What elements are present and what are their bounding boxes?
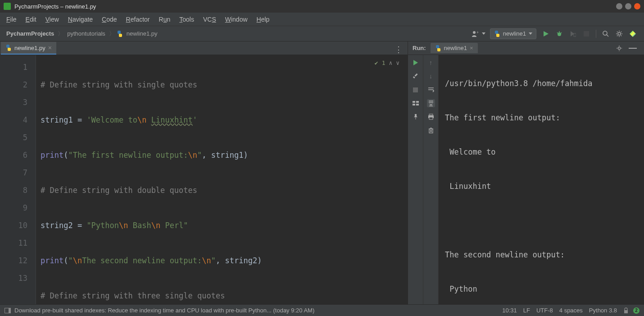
menu-code[interactable]: Code <box>98 14 120 25</box>
editor-body[interactable]: ✔1 ∧ ∨ 1 2 3 4 5 6 7 8 9 10 11 12 13 # D… <box>0 55 408 304</box>
interpreter-widget[interactable]: Python 3.8 <box>589 307 617 314</box>
run-button[interactable] <box>540 28 552 40</box>
svg-line-8 <box>607 35 608 37</box>
print-button[interactable] <box>427 113 435 121</box>
run-tab[interactable]: newline1 × <box>431 43 478 53</box>
down-button[interactable]: ↓ <box>427 72 435 80</box>
line-separator[interactable]: LF <box>523 307 530 314</box>
python-file-icon <box>117 31 123 37</box>
separator <box>596 30 596 38</box>
svg-line-16 <box>617 35 618 36</box>
status-bar: Download pre-built shared indexes: Reduc… <box>0 304 644 316</box>
code-area[interactable]: # Define string with single quotes strin… <box>36 55 408 304</box>
run-config-name: newline1 <box>503 30 526 37</box>
readonly-lock-icon[interactable] <box>623 307 629 314</box>
editor-tabs: newline1.py × ⋮ <box>0 41 408 55</box>
debug-button[interactable] <box>553 28 565 40</box>
menu-edit[interactable]: Edit <box>22 14 40 25</box>
up-button[interactable]: ↑ <box>427 59 435 67</box>
svg-line-4 <box>557 32 558 33</box>
chevron-down-icon <box>529 32 532 35</box>
line-number: 7 <box>0 164 27 182</box>
output-line <box>445 212 644 229</box>
gutter: 1 2 3 4 5 6 7 8 9 10 11 12 13 <box>0 55 36 304</box>
menu-window[interactable]: Window <box>222 14 251 25</box>
chevron-down-icon[interactable] <box>482 32 485 35</box>
add-user-button[interactable]: + <box>469 28 481 40</box>
tool-windows-button[interactable] <box>5 308 11 313</box>
search-button[interactable] <box>600 28 612 40</box>
app-icon <box>4 3 11 10</box>
menu-refactor[interactable]: Refactor <box>122 14 154 25</box>
run-tab-name: newline1 <box>444 45 467 51</box>
pin-button[interactable] <box>412 113 420 121</box>
event-log-badge[interactable]: 2 <box>633 307 639 314</box>
close-tab-icon[interactable]: × <box>48 44 52 51</box>
menu-vcs[interactable]: VCS <box>200 14 220 25</box>
layout-button[interactable] <box>412 99 420 107</box>
file-encoding[interactable]: UTF-8 <box>536 307 553 314</box>
nav-bar: PycharmProjects 〉 pythontutorials 〉 newl… <box>0 26 644 41</box>
maximize-button[interactable] <box>625 3 631 9</box>
run-panel-body: ↑ ↓ /usr/bin/python3.8 /home/fahmida The… <box>408 55 644 304</box>
stop-button[interactable] <box>412 86 420 94</box>
menu-help[interactable]: Help <box>253 14 273 25</box>
editor-tab-newline1[interactable]: newline1.py × <box>1 42 56 55</box>
line-number: 12 <box>0 252 27 270</box>
breadcrumb-project[interactable]: PycharmProjects <box>5 30 56 37</box>
inspection-count: 1 <box>382 60 385 66</box>
run-coverage-button[interactable] <box>567 28 579 40</box>
run-config-selector[interactable]: newline1 <box>490 28 536 39</box>
soft-wrap-button[interactable] <box>427 86 435 94</box>
scroll-to-end-button[interactable] <box>427 99 435 107</box>
line-number: 10 <box>0 217 27 234</box>
editor-pane: newline1.py × ⋮ ✔1 ∧ ∨ 1 2 3 4 5 6 7 8 9… <box>0 41 408 304</box>
inspection-widget[interactable]: ✔1 ∧ ∨ <box>375 60 399 66</box>
minimize-button[interactable] <box>616 3 622 9</box>
stop-button[interactable] <box>581 28 592 40</box>
status-message[interactable]: Download pre-built shared indexes: Reduc… <box>14 307 314 314</box>
jetbrains-toolbox-button[interactable] <box>627 28 639 40</box>
svg-line-5 <box>561 32 562 33</box>
svg-rect-23 <box>413 76 415 78</box>
caret-position[interactable]: 10:31 <box>502 307 517 314</box>
breadcrumb-file[interactable]: newline1.py <box>125 30 159 37</box>
svg-point-0 <box>473 31 476 34</box>
menu-view[interactable]: View <box>42 14 63 25</box>
svg-rect-24 <box>414 73 417 77</box>
svg-text:+: + <box>476 30 479 35</box>
run-panel-header: Run: newline1 × — <box>408 41 644 55</box>
title-bar: PycharmProjects – newline1.py <box>0 0 644 13</box>
run-settings-button[interactable] <box>613 42 625 54</box>
menu-run[interactable]: Run <box>155 14 174 25</box>
next-issue-icon[interactable]: ∨ <box>396 60 399 66</box>
indent-widget[interactable]: 4 spaces <box>559 307 583 314</box>
run-output[interactable]: /usr/bin/python3.8 /home/fahmida The fir… <box>439 55 644 304</box>
tab-overflow-button[interactable]: ⋮ <box>395 45 403 55</box>
python-file-icon <box>5 45 12 51</box>
clear-button[interactable] <box>427 126 435 134</box>
menu-tools[interactable]: Tools <box>176 14 198 25</box>
line-number: 1 <box>0 59 27 76</box>
close-tab-icon[interactable]: × <box>470 45 473 51</box>
svg-line-15 <box>621 35 622 36</box>
output-line: The first newline output: <box>445 109 644 126</box>
prev-issue-icon[interactable]: ∧ <box>389 60 393 66</box>
rerun-button[interactable] <box>412 59 420 67</box>
close-button[interactable] <box>634 3 640 9</box>
hide-panel-button[interactable]: — <box>627 42 639 54</box>
svg-point-7 <box>603 31 607 35</box>
breadcrumb-folder[interactable]: pythontutorials <box>65 30 107 37</box>
settings-button[interactable] <box>613 28 625 40</box>
svg-point-9 <box>618 32 621 35</box>
editor-tab-label: newline1.py <box>14 45 45 51</box>
python-icon <box>494 31 500 37</box>
menu-navigate[interactable]: Navigate <box>64 14 96 25</box>
output-line: Python <box>445 280 644 298</box>
output-line: Welcome to <box>445 143 644 160</box>
run-panel-label: Run: <box>413 45 426 51</box>
svg-rect-34 <box>429 114 433 115</box>
menu-file[interactable]: File <box>3 14 20 25</box>
line-number: 11 <box>0 234 27 252</box>
edit-config-button[interactable] <box>412 72 420 80</box>
